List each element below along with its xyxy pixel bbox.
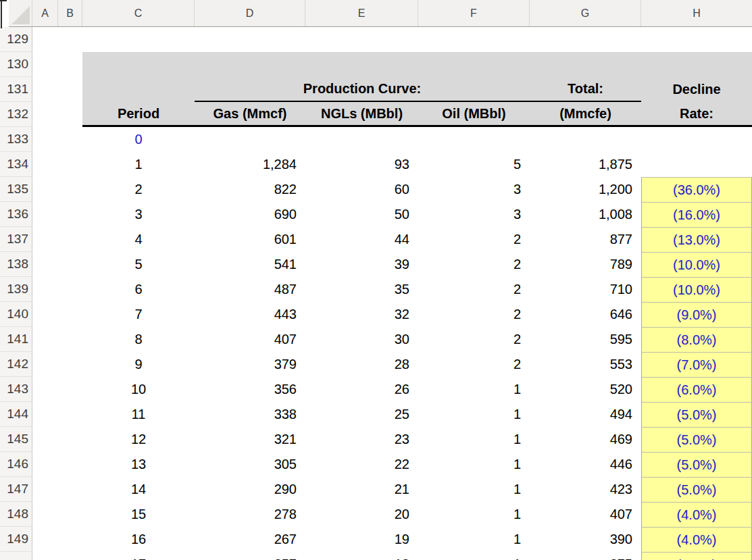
cell-decline[interactable]: (4.0%): [641, 502, 752, 527]
cell-period[interactable]: 17: [82, 552, 195, 560]
cell-oil[interactable]: 3: [418, 202, 530, 227]
column-header-h[interactable]: H: [641, 0, 752, 26]
header-oil[interactable]: Oil (MBbl): [418, 102, 530, 127]
cell-total[interactable]: 877: [530, 227, 641, 252]
row-header[interactable]: 136: [0, 202, 32, 227]
row-header[interactable]: 148: [0, 502, 32, 527]
row-header[interactable]: 147: [0, 477, 32, 502]
cell-ngls[interactable]: 25: [305, 402, 418, 427]
empty-cells[interactable]: [32, 77, 82, 102]
cell-oil[interactable]: 3: [418, 177, 530, 202]
empty-cells[interactable]: [32, 302, 82, 327]
row-header[interactable]: 140: [0, 302, 32, 327]
cell-period[interactable]: 4: [82, 227, 195, 252]
cell-ngls[interactable]: 30: [305, 327, 418, 352]
cell-period[interactable]: 10: [82, 377, 195, 402]
cell-period[interactable]: 11: [82, 402, 195, 427]
cell-oil[interactable]: 5: [418, 152, 530, 177]
empty-cells[interactable]: [32, 152, 82, 177]
cell-gas[interactable]: 290: [195, 477, 305, 502]
row-header[interactable]: 141: [0, 327, 32, 352]
cell-period[interactable]: 3: [82, 202, 195, 227]
cell-period[interactable]: 13: [82, 452, 195, 477]
column-header-g[interactable]: G: [530, 0, 641, 26]
row-header[interactable]: 149: [0, 527, 32, 552]
cell-decline[interactable]: (16.0%): [641, 202, 752, 227]
cell-period[interactable]: 14: [82, 477, 195, 502]
cell-decline[interactable]: (10.0%): [641, 277, 752, 302]
empty-cells[interactable]: [32, 427, 82, 452]
cell-gas[interactable]: 267: [195, 527, 305, 552]
empty-cells[interactable]: [32, 127, 82, 152]
band-cells[interactable]: [82, 52, 752, 77]
cell-ngls[interactable]: 22: [305, 452, 418, 477]
cell-ngls[interactable]: 35: [305, 277, 418, 302]
row-header[interactable]: 146: [0, 452, 32, 477]
header-rate[interactable]: Rate:: [641, 102, 752, 127]
cell-gas[interactable]: 278: [195, 502, 305, 527]
cell-total[interactable]: 390: [530, 527, 641, 552]
cell-gas[interactable]: 690: [195, 202, 305, 227]
empty-cells[interactable]: [32, 452, 82, 477]
cell-ngls[interactable]: 28: [305, 352, 418, 377]
row-header[interactable]: 145: [0, 427, 32, 452]
cell-oil[interactable]: 1: [418, 552, 530, 560]
cell-gas[interactable]: 338: [195, 402, 305, 427]
cell-ngls[interactable]: 93: [305, 152, 418, 177]
cell-decline[interactable]: (5.0%): [641, 402, 752, 427]
cell-total[interactable]: 1,875: [530, 152, 641, 177]
cell-gas[interactable]: 379: [195, 352, 305, 377]
cell-period[interactable]: 5: [82, 252, 195, 277]
band-cell[interactable]: [82, 77, 195, 102]
row-header[interactable]: [0, 552, 32, 560]
cell-decline[interactable]: (36.0%): [641, 177, 752, 202]
cell-gas[interactable]: [195, 127, 305, 152]
cell-period[interactable]: 0: [82, 127, 195, 152]
empty-cells[interactable]: [32, 552, 82, 560]
cell-gas[interactable]: 321: [195, 427, 305, 452]
cell-decline[interactable]: (5.0%): [641, 477, 752, 502]
cell-ngls[interactable]: 23: [305, 427, 418, 452]
cell-oil[interactable]: 1: [418, 527, 530, 552]
cell-total[interactable]: 469: [530, 427, 641, 452]
empty-cells[interactable]: [32, 202, 82, 227]
cell-gas[interactable]: 407: [195, 327, 305, 352]
row-header[interactable]: 134: [0, 152, 32, 177]
cell-gas[interactable]: 601: [195, 227, 305, 252]
cell-total[interactable]: 646: [530, 302, 641, 327]
cell-decline[interactable]: (6.0%): [641, 377, 752, 402]
header-production-curve[interactable]: Production Curve:: [195, 77, 530, 102]
cell-period[interactable]: 1: [82, 152, 195, 177]
row-header[interactable]: 144: [0, 402, 32, 427]
empty-cells[interactable]: [32, 377, 82, 402]
row-header[interactable]: 142: [0, 352, 32, 377]
cell-total[interactable]: 375: [530, 552, 641, 560]
cell-period[interactable]: 2: [82, 177, 195, 202]
cell-period[interactable]: 8: [82, 327, 195, 352]
cell-oil[interactable]: 1: [418, 502, 530, 527]
cell-total[interactable]: 789: [530, 252, 641, 277]
cell-decline[interactable]: (13.0%): [641, 227, 752, 252]
cell-gas[interactable]: 257: [195, 552, 305, 560]
cell-period[interactable]: 9: [82, 352, 195, 377]
cell-oil[interactable]: 2: [418, 302, 530, 327]
row-header[interactable]: 131: [0, 77, 32, 102]
empty-cells[interactable]: [32, 177, 82, 202]
row-header[interactable]: 130: [0, 52, 32, 77]
cell-decline[interactable]: (9.0%): [641, 302, 752, 327]
cell-ngls[interactable]: 19: [305, 527, 418, 552]
cell-gas[interactable]: 822: [195, 177, 305, 202]
empty-cells[interactable]: [32, 477, 82, 502]
cell-oil[interactable]: 1: [418, 402, 530, 427]
cell-oil[interactable]: 2: [418, 277, 530, 302]
empty-cells[interactable]: [32, 277, 82, 302]
header-ngls[interactable]: NGLs (MBbl): [305, 102, 418, 127]
header-decline[interactable]: Decline: [641, 77, 752, 102]
column-header-a[interactable]: A: [32, 0, 58, 26]
cell-total[interactable]: 1,200: [530, 177, 641, 202]
header-period[interactable]: Period: [82, 102, 195, 127]
cell-decline[interactable]: [641, 152, 752, 177]
cell-oil[interactable]: 1: [418, 477, 530, 502]
cell-ngls[interactable]: 26: [305, 377, 418, 402]
cell-period[interactable]: 6: [82, 277, 195, 302]
